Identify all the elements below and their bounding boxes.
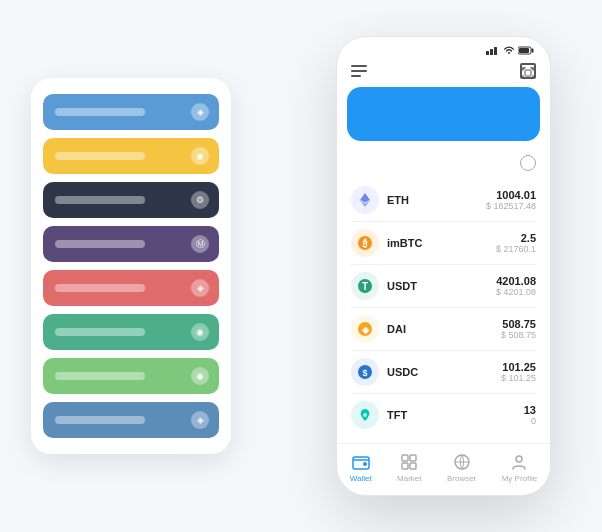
asset-balance-usdc: 101.25 (501, 361, 536, 373)
scene: ◈◉⚙Ⓜ◈◉◉◈ (21, 21, 581, 511)
asset-usd-imbtc: $ 21760.1 (496, 244, 536, 254)
asset-row-imbtc[interactable]: ₿imBTC2.5$ 21760.1 (351, 222, 536, 265)
svg-rect-0 (486, 51, 489, 55)
assets-header (337, 151, 550, 179)
nav-label-profile: My Profile (502, 474, 538, 483)
status-icons (486, 45, 534, 55)
asset-usd-usdc: $ 101.25 (501, 373, 536, 383)
asset-name-usdc: USDC (387, 366, 501, 378)
asset-icon-usdt: T (351, 272, 379, 300)
svg-rect-2 (494, 47, 497, 55)
asset-row-eth[interactable]: ETH1004.01$ 162517.48 (351, 179, 536, 222)
nav-item-profile[interactable]: My Profile (502, 452, 538, 483)
asset-balance-dai: 508.75 (501, 318, 536, 330)
svg-marker-7 (360, 193, 370, 203)
battery-icon (518, 45, 534, 55)
asset-name-imbtc: imBTC (387, 237, 496, 249)
svg-point-25 (516, 456, 522, 462)
svg-text:$: $ (362, 368, 367, 378)
svg-rect-21 (410, 455, 416, 461)
nav-icon-browser (452, 452, 472, 472)
card-panel: ◈◉⚙Ⓜ◈◉◉◈ (31, 78, 231, 454)
color-card-card-blue[interactable]: ◈ (43, 94, 219, 130)
add-asset-button[interactable] (520, 155, 536, 171)
asset-icon-eth (351, 186, 379, 214)
nav-label-wallet: Wallet (350, 474, 372, 483)
color-card-card-yellow[interactable]: ◉ (43, 138, 219, 174)
asset-icon-imbtc: ₿ (351, 229, 379, 257)
svg-rect-23 (410, 463, 416, 469)
nav-icon-market (399, 452, 419, 472)
asset-row-dai[interactable]: ◈DAI508.75$ 508.75 (351, 308, 536, 351)
scan-icon[interactable] (520, 63, 536, 79)
color-card-card-purple[interactable]: Ⓜ (43, 226, 219, 262)
asset-row-tft[interactable]: TFT130 (351, 394, 536, 436)
asset-balance-tft: 13 (524, 404, 536, 416)
asset-name-eth: ETH (387, 194, 486, 206)
nav-item-market[interactable]: Market (397, 452, 421, 483)
asset-name-usdt: USDT (387, 280, 496, 292)
status-bar (337, 37, 550, 59)
asset-name-tft: TFT (387, 409, 524, 421)
svg-point-19 (363, 463, 366, 466)
svg-rect-6 (525, 70, 531, 76)
color-card-card-green[interactable]: ◉ (43, 314, 219, 350)
asset-amounts-imbtc: 2.5$ 21760.1 (496, 232, 536, 254)
asset-name-dai: DAI (387, 323, 501, 335)
color-card-card-red[interactable]: ◈ (43, 270, 219, 306)
asset-list: ETH1004.01$ 162517.48₿imBTC2.5$ 21760.1T… (337, 179, 550, 443)
svg-rect-1 (490, 49, 493, 55)
asset-amounts-usdt: 4201.08$ 4201.08 (496, 275, 536, 297)
nav-label-market: Market (397, 474, 421, 483)
asset-icon-usdc: $ (351, 358, 379, 386)
phone-mockup: ETH1004.01$ 162517.48₿imBTC2.5$ 21760.1T… (336, 36, 551, 496)
menu-icon[interactable] (351, 65, 367, 77)
svg-rect-22 (402, 463, 408, 469)
asset-amounts-dai: 508.75$ 508.75 (501, 318, 536, 340)
signal-icon (486, 45, 500, 55)
asset-usd-usdt: $ 4201.08 (496, 287, 536, 297)
asset-amounts-eth: 1004.01$ 162517.48 (486, 189, 536, 211)
asset-balance-eth: 1004.01 (486, 189, 536, 201)
nav-icon-profile (509, 452, 529, 472)
svg-text:◈: ◈ (361, 325, 370, 335)
asset-balance-imbtc: 2.5 (496, 232, 536, 244)
asset-icon-dai: ◈ (351, 315, 379, 343)
bottom-nav: WalletMarketBrowserMy Profile (337, 443, 550, 495)
asset-row-usdc[interactable]: $USDC101.25$ 101.25 (351, 351, 536, 394)
asset-usd-dai: $ 508.75 (501, 330, 536, 340)
nav-label-browser: Browser (447, 474, 476, 483)
color-card-card-light-green[interactable]: ◉ (43, 358, 219, 394)
nav-item-wallet[interactable]: Wallet (350, 452, 372, 483)
svg-rect-4 (532, 49, 534, 53)
svg-rect-20 (402, 455, 408, 461)
wifi-icon (503, 45, 515, 55)
asset-usd-eth: $ 162517.48 (486, 201, 536, 211)
eth-balance (359, 105, 528, 131)
color-card-card-steel-blue[interactable]: ◈ (43, 402, 219, 438)
asset-amounts-tft: 130 (524, 404, 536, 426)
asset-icon-tft (351, 401, 379, 429)
svg-text:T: T (362, 281, 368, 292)
asset-usd-tft: 0 (524, 416, 536, 426)
asset-balance-usdt: 4201.08 (496, 275, 536, 287)
color-card-card-dark[interactable]: ⚙ (43, 182, 219, 218)
asset-amounts-usdc: 101.25$ 101.25 (501, 361, 536, 383)
svg-rect-5 (519, 48, 529, 53)
asset-row-usdt[interactable]: TUSDT4201.08$ 4201.08 (351, 265, 536, 308)
svg-point-17 (363, 413, 367, 417)
phone-header (337, 59, 550, 87)
nav-item-browser[interactable]: Browser (447, 452, 476, 483)
eth-card[interactable] (347, 87, 540, 141)
nav-icon-wallet (351, 452, 371, 472)
